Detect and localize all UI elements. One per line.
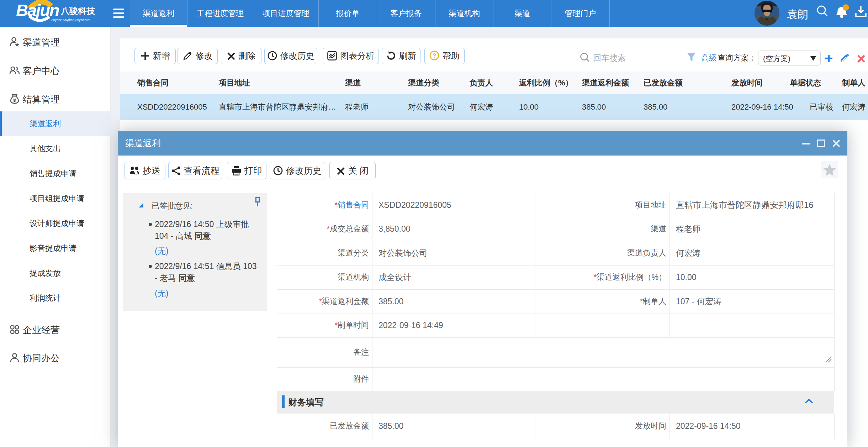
svg-text:?: ? [433, 52, 436, 59]
